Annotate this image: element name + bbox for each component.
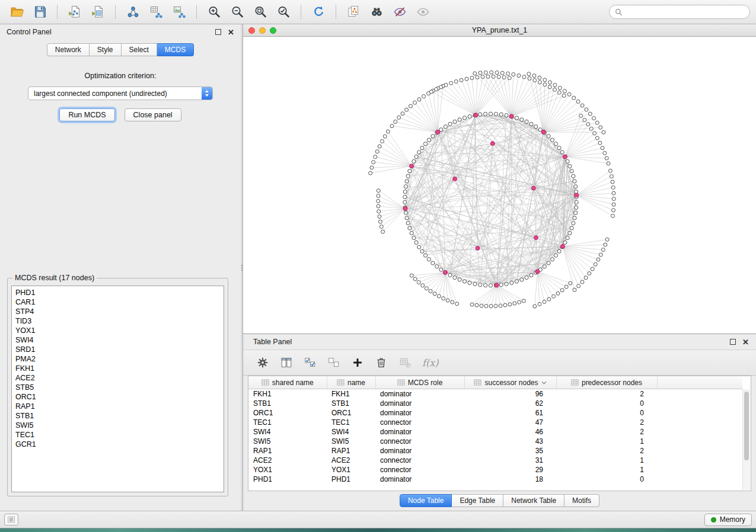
network-titlebar[interactable]: YPA_prune.txt_1 bbox=[243, 24, 756, 37]
mcds-result-item[interactable]: STB1 bbox=[15, 411, 224, 421]
table-row[interactable]: ACE2ACE2connector311 bbox=[248, 456, 742, 465]
mcds-result-item[interactable]: SWI5 bbox=[15, 421, 224, 430]
refresh-button[interactable] bbox=[308, 3, 329, 21]
right-column: YPA_prune.txt_1 Table Panel ✕ f(x) bbox=[243, 24, 756, 511]
mcds-result-list[interactable]: PHD1CAR1STP4TID3YOX1SWI4SRD1PMA2FKH1ACE2… bbox=[11, 286, 224, 492]
toolbar-separator bbox=[115, 5, 116, 19]
run-mcds-button[interactable]: Run MCDS bbox=[59, 108, 114, 121]
search-input[interactable] bbox=[626, 7, 744, 17]
criterion-dropdown[interactable]: largest connected component (undirected) bbox=[28, 86, 213, 100]
table-row[interactable]: PHD1PHD1dominator180 bbox=[248, 475, 742, 484]
settings-gear-button[interactable] bbox=[254, 354, 272, 371]
table-tab-edge-table[interactable]: Edge Table bbox=[452, 494, 503, 507]
zoom-window-button[interactable] bbox=[270, 27, 276, 34]
main-area: Control Panel ✕ NetworkStyleSelectMCDS O… bbox=[0, 24, 756, 511]
delete-table-disabled-button[interactable] bbox=[396, 354, 414, 371]
import-table-button[interactable] bbox=[87, 3, 109, 21]
mcds-result-item[interactable]: PHD1 bbox=[15, 288, 224, 297]
table-row[interactable]: ORC1ORC1dominator610 bbox=[248, 408, 742, 418]
copy-share-button[interactable] bbox=[343, 3, 364, 21]
function-builder-label[interactable]: f(x) bbox=[422, 357, 438, 368]
memory-button[interactable]: Memory bbox=[704, 514, 752, 526]
mcds-result-item[interactable]: TID3 bbox=[15, 316, 224, 326]
mcds-result-item[interactable]: CAR1 bbox=[15, 297, 224, 307]
binoculars-button[interactable] bbox=[366, 3, 387, 21]
main-toolbar bbox=[0, 0, 756, 24]
scrollbar-thumb[interactable] bbox=[744, 392, 749, 460]
show-eye-button[interactable] bbox=[412, 3, 433, 21]
table-row[interactable]: STB1STB1dominator620 bbox=[248, 399, 742, 408]
mcds-result-item[interactable]: GCR1 bbox=[15, 440, 224, 449]
table-row[interactable]: FKH1FKH1dominator962 bbox=[248, 389, 742, 399]
sort-icon bbox=[337, 379, 344, 386]
tab-select[interactable]: Select bbox=[122, 43, 157, 56]
open-folder-button[interactable] bbox=[6, 3, 27, 21]
zoom-fit-button[interactable] bbox=[250, 3, 271, 21]
close-window-button[interactable] bbox=[248, 27, 255, 34]
close-panel-button[interactable]: Close panel bbox=[125, 108, 181, 121]
cell-name: FKH1 bbox=[327, 389, 375, 399]
trash-button[interactable] bbox=[372, 354, 390, 371]
column-header-name[interactable]: name bbox=[327, 376, 375, 389]
mcds-result-item[interactable]: YOX1 bbox=[15, 326, 224, 335]
mcds-result-item[interactable]: FKH1 bbox=[15, 364, 224, 373]
tab-style[interactable]: Style bbox=[90, 43, 122, 56]
column-header-mcds_role[interactable]: MCDS role bbox=[375, 376, 464, 389]
cell-filler bbox=[657, 437, 742, 446]
tab-network[interactable]: Network bbox=[47, 43, 90, 56]
column-chooser-button[interactable] bbox=[277, 354, 295, 371]
table-tab-network-table[interactable]: Network Table bbox=[503, 494, 564, 507]
panel-toggle-button[interactable] bbox=[4, 514, 18, 525]
table-tab-node-table[interactable]: Node Table bbox=[400, 494, 452, 507]
table-row[interactable]: YOX1YOX1connector291 bbox=[248, 465, 742, 475]
table-row[interactable]: SWI4SWI4dominator462 bbox=[248, 427, 742, 437]
mcds-result-item[interactable]: ACE2 bbox=[15, 373, 224, 383]
tab-mcds[interactable]: MCDS bbox=[157, 43, 194, 56]
sort-icon bbox=[261, 379, 269, 386]
column-header-shared_name[interactable]: shared name bbox=[248, 376, 327, 389]
table-scrollbar[interactable] bbox=[742, 389, 750, 490]
zoom-in-button[interactable] bbox=[203, 3, 225, 21]
new-network-button[interactable] bbox=[122, 3, 143, 21]
close-table-panel-icon[interactable]: ✕ bbox=[742, 338, 749, 346]
deselect-all-button[interactable] bbox=[325, 354, 343, 371]
mcds-result-item[interactable]: SRD1 bbox=[15, 345, 224, 354]
hide-eye-button[interactable] bbox=[389, 3, 410, 21]
table-row[interactable]: TEC1TEC1connector472 bbox=[248, 418, 742, 427]
mcds-result-item[interactable]: STP4 bbox=[15, 307, 224, 316]
cell-mcds_role: dominator bbox=[375, 399, 464, 408]
mcds-result-item[interactable]: TEC1 bbox=[15, 430, 224, 440]
column-chooser-icon bbox=[280, 356, 293, 369]
delete-table-disabled-icon bbox=[398, 356, 412, 369]
cell-filler bbox=[657, 456, 742, 465]
zoom-selected-button[interactable] bbox=[273, 3, 294, 21]
float-table-panel-icon[interactable] bbox=[730, 339, 736, 345]
import-network-button[interactable] bbox=[64, 3, 85, 21]
minimize-window-button[interactable] bbox=[259, 27, 266, 34]
column-header-predecessor_nodes[interactable]: predecessor nodes bbox=[556, 376, 657, 389]
network-canvas[interactable] bbox=[243, 37, 756, 334]
sort-icon bbox=[397, 379, 405, 386]
table-row[interactable]: SWI5SWI5connector431 bbox=[248, 437, 742, 446]
save-button[interactable] bbox=[29, 3, 50, 21]
table-tab-motifs[interactable]: Motifs bbox=[564, 494, 599, 507]
zoom-out-button[interactable] bbox=[227, 3, 248, 21]
column-header-successor_nodes[interactable]: successor nodes bbox=[464, 376, 556, 389]
add-button[interactable] bbox=[349, 354, 366, 371]
mcds-result-item[interactable]: STB5 bbox=[15, 383, 224, 392]
table-panel: Table Panel ✕ f(x) shared namenameMCDS r… bbox=[243, 334, 756, 511]
mcds-result-item[interactable]: SWI4 bbox=[15, 335, 224, 345]
network-image-button[interactable] bbox=[168, 3, 190, 21]
network-graph[interactable] bbox=[243, 37, 756, 334]
close-panel-icon[interactable]: ✕ bbox=[228, 28, 234, 36]
cell-mcds_role: dominator bbox=[375, 389, 464, 399]
mcds-result-item[interactable]: PMA2 bbox=[15, 354, 224, 364]
select-all-button[interactable] bbox=[301, 354, 319, 371]
mcds-result-item[interactable]: ORC1 bbox=[15, 392, 224, 402]
criterion-dropdown-value: largest connected component (undirected) bbox=[28, 89, 202, 98]
float-panel-icon[interactable] bbox=[215, 29, 221, 35]
table-row[interactable]: RAP1RAP1dominator352 bbox=[248, 446, 742, 456]
network-table-button[interactable] bbox=[145, 3, 167, 21]
cell-predecessor_nodes: 2 bbox=[556, 446, 657, 456]
mcds-result-item[interactable]: RAP1 bbox=[15, 402, 224, 411]
